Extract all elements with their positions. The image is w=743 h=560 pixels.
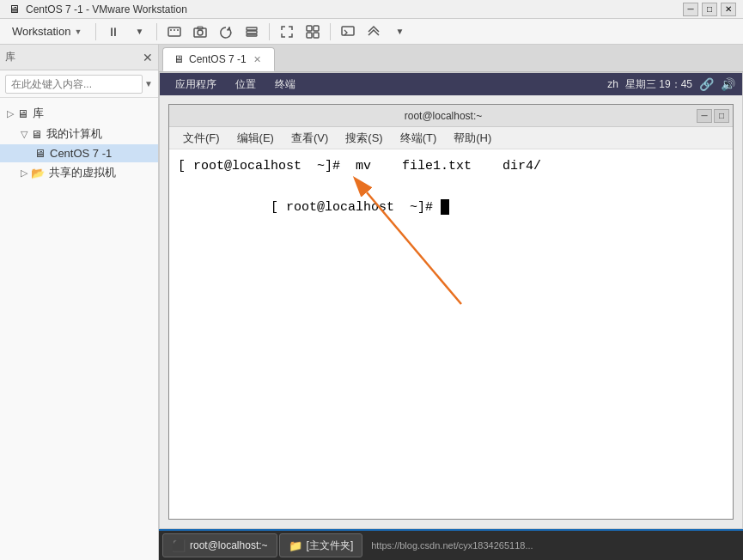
taskbar-files-item[interactable]: 📁 [主文件夹] [279, 533, 363, 557]
taskbar-terminal-item[interactable]: ⬛ root@localhost:~ [162, 533, 277, 557]
app-icon: 🖥 [7, 3, 21, 16]
taskbar-terminal-icon: ⬛ [172, 539, 186, 552]
terminal-help-menu[interactable]: 帮助(H) [447, 129, 498, 148]
workstation-menu[interactable]: Workstation ▼ [3, 21, 90, 41]
terminal-title: root@localhost:~ [190, 110, 697, 122]
svg-rect-8 [247, 31, 257, 33]
terminal-menubar: 文件(F) 编辑(E) 查看(V) 搜索(S) 终端(T) 帮助(H) [169, 127, 733, 149]
terminal-titlebar: root@localhost:~ ─ □ [169, 105, 733, 127]
svg-rect-14 [342, 27, 354, 35]
search-dropdown-icon[interactable]: ▼ [144, 79, 153, 88]
centos-status-area: zh 星期三 19：45 🔗 🔊 [607, 77, 735, 92]
sharedvms-icon: 📂 [31, 167, 45, 180]
expand-dropdown[interactable]: ▼ [387, 21, 411, 43]
maximize-button[interactable]: □ [702, 3, 717, 16]
pause-dropdown[interactable]: ▼ [127, 21, 151, 43]
terminal-line-2: [ root@localhost ~]# [178, 177, 724, 239]
sidebar-search-input[interactable] [5, 75, 143, 94]
svg-rect-10 [307, 26, 312, 31]
centos-menu-left: 应用程序 位置 终端 [167, 76, 304, 94]
terminal-terminal-menu[interactable]: 终端(T) [393, 129, 444, 148]
snapshot-button[interactable] [188, 21, 212, 43]
mycomputers-icon: 🖥 [31, 128, 42, 141]
centos-sound-icon[interactable]: 🔊 [721, 77, 735, 91]
close-button[interactable]: ✕ [721, 3, 736, 16]
terminal-view-menu[interactable]: 查看(V) [284, 129, 335, 148]
centos-network-icon[interactable]: 🔗 [699, 77, 714, 91]
centos-topbar: 应用程序 位置 终端 zh 星期三 19：45 🔗 🔊 [160, 73, 742, 95]
sidebar-header: 库 ✕ [0, 45, 158, 70]
centos-places-menu[interactable]: 位置 [227, 76, 265, 94]
console-icon [340, 24, 356, 40]
sidebar-item-mycomputers[interactable]: ▽ 🖥 我的计算机 [0, 124, 158, 144]
svg-rect-13 [314, 33, 319, 38]
sidebar: 库 ✕ ▼ ▷ 🖥 库 ▽ 🖥 我的计算机 🖥 CentOS 7 -1 [0, 45, 159, 560]
sidebar-search-container: ▼ [0, 70, 158, 98]
workstation-arrow: ▼ [74, 27, 82, 36]
centos-icon: 🖥 [34, 147, 46, 160]
centos-datetime: 星期三 19：45 [625, 77, 692, 92]
window-title: CentOS 7 -1 - VMware Workstation [26, 3, 683, 15]
terminal-minimize-btn[interactable]: ─ [697, 109, 712, 123]
sidebar-item-sharedvms[interactable]: ▷ 📂 共享的虚拟机 [0, 162, 158, 183]
right-panel: 🖥 CentOS 7 -1 ✕ 应用程序 位置 终端 zh 星期三 19：45 … [159, 45, 743, 560]
fullscreen-icon [279, 24, 295, 40]
svg-rect-9 [247, 34, 257, 36]
toolbar-separator-2 [156, 23, 157, 40]
terminal-cursor [441, 199, 449, 215]
library-icon: 🖥 [17, 107, 28, 120]
tab-close-button[interactable]: ✕ [252, 53, 264, 65]
minimize-button[interactable]: ─ [683, 3, 698, 16]
svg-rect-12 [307, 33, 312, 38]
expand-icon-sharedvms: ▷ [21, 167, 27, 179]
title-bar: 🖥 CentOS 7 -1 - VMware Workstation ─ □ ✕ [0, 0, 743, 19]
camera-icon [192, 24, 208, 40]
tab-label: CentOS 7 -1 [189, 53, 247, 65]
vm-window: 应用程序 位置 终端 zh 星期三 19：45 🔗 🔊 root@localho… [159, 72, 743, 529]
terminal-window-controls: ─ □ [697, 109, 733, 123]
terminal-maximize-btn[interactable]: □ [714, 109, 729, 123]
taskbar: ⬛ root@localhost:~ 📁 [主文件夹] https://blog… [159, 529, 743, 560]
window-controls: ─ □ ✕ [683, 3, 736, 16]
unity-icon [305, 24, 320, 40]
full-screen-button[interactable] [275, 21, 299, 43]
vm-tab-centos[interactable]: 🖥 CentOS 7 -1 ✕ [162, 47, 275, 71]
expand-button[interactable] [362, 21, 386, 43]
centos-label: CentOS 7 -1 [50, 147, 112, 160]
toolbar-separator-4 [330, 23, 331, 40]
main-layout: 库 ✕ ▼ ▷ 🖥 库 ▽ 🖥 我的计算机 🖥 CentOS 7 -1 [0, 45, 743, 560]
terminal-search-menu[interactable]: 搜索(S) [338, 129, 389, 148]
snapshot-manager-button[interactable] [240, 21, 264, 43]
expand-icon-library: ▷ [7, 108, 14, 119]
sidebar-close-button[interactable]: ✕ [143, 51, 153, 64]
mycomputers-label: 我的计算机 [46, 126, 102, 142]
taskbar-terminal-label: root@localhost:~ [190, 539, 268, 551]
sidebar-tree: ▷ 🖥 库 ▽ 🖥 我的计算机 🖥 CentOS 7 -1 ▷ 📂 共享的虚拟机 [0, 98, 158, 560]
layers-icon [244, 24, 259, 40]
sharedvms-label: 共享的虚拟机 [49, 165, 116, 180]
terminal-prompt-2: [ root@localhost ~]# [271, 200, 441, 215]
console-view-button[interactable] [336, 21, 360, 43]
unity-button[interactable] [301, 21, 325, 43]
terminal-content[interactable]: [ root@localhost ~]# mv file1.txt dir4/ … [169, 149, 733, 519]
taskbar-files-label: [主文件夹] [307, 539, 354, 553]
workstation-label: Workstation [12, 25, 70, 38]
send-ctrlaltdel-button[interactable] [162, 21, 186, 43]
revert-button[interactable] [214, 21, 238, 43]
centos-terminal-menu[interactable]: 终端 [266, 76, 304, 94]
pause-button[interactable]: ⏸ [101, 21, 125, 43]
svg-rect-11 [314, 26, 319, 31]
expand-icon-mycomputers: ▽ [21, 129, 27, 140]
taskbar-url: https://blog.csdn.net/cyx1834265118... [364, 540, 740, 551]
centos-applications-menu[interactable]: 应用程序 [167, 76, 225, 94]
terminal-edit-menu[interactable]: 编辑(E) [230, 129, 281, 148]
svg-rect-7 [247, 27, 257, 30]
sidebar-item-library[interactable]: ▷ 🖥 库 [0, 103, 158, 124]
sidebar-item-centos[interactable]: 🖥 CentOS 7 -1 [0, 144, 158, 162]
terminal-file-menu[interactable]: 文件(F) [176, 129, 227, 148]
svg-point-5 [198, 30, 203, 35]
svg-rect-0 [168, 27, 180, 36]
keyboard-icon [167, 24, 182, 40]
toolbar-separator-1 [95, 23, 96, 40]
toolbar-separator-3 [269, 23, 270, 40]
